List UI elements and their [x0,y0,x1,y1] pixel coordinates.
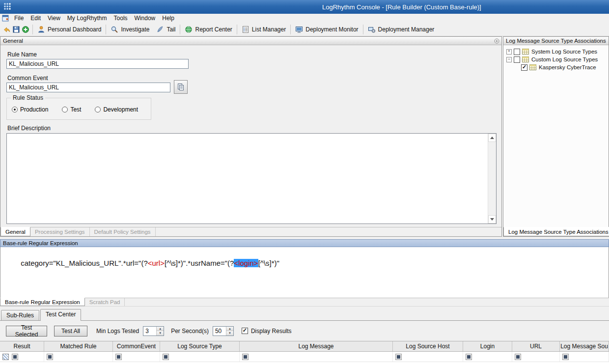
regex-text: category="KL_Malicious_URL".*url="(?<url… [21,259,279,267]
indeterminate-checkbox-icon[interactable] [562,354,569,360]
personal-dashboard-label: Personal Dashboard [48,26,101,33]
radio-development-circle[interactable] [95,107,101,112]
radio-production-label: Production [20,106,48,113]
add-icon[interactable] [22,26,29,33]
cell-log-message[interactable] [240,352,393,362]
child-window-icon[interactable] [2,15,9,22]
cell-matched-rule[interactable] [44,352,113,362]
column-header-commonevent[interactable]: CommonEvent [113,341,160,351]
stepper-up-icon[interactable]: ▲ [157,327,164,332]
deployment-gear-icon [368,26,376,33]
cell-url[interactable] [512,352,560,362]
per-seconds-stepper[interactable]: 50 ▲▼ [213,326,234,336]
menubar: File Edit View My LogRhythm Tools Window… [0,14,609,23]
menu-tools[interactable]: Tools [111,14,131,23]
column-header-result[interactable]: Result [0,341,44,351]
scroll-up-icon[interactable] [488,134,496,142]
cell-login[interactable] [463,352,512,362]
deployment-monitor-label: Deployment Monitor [305,26,358,33]
menu-view[interactable]: View [44,14,64,23]
min-logs-stepper[interactable]: 3 ▲▼ [143,326,164,336]
tree-item-kaspersky-cybertrace[interactable]: Kaspersky CyberTrace [506,63,609,71]
cell-log-message-source[interactable] [560,352,609,362]
menu-help[interactable]: Help [159,14,178,23]
menu-edit[interactable]: Edit [27,14,44,23]
indeterminate-checkbox-icon[interactable] [515,354,521,360]
column-header-login[interactable]: Login [463,341,512,351]
radio-test[interactable]: Test [62,106,81,113]
common-event-input[interactable] [6,83,170,92]
tail-button[interactable]: Tail [153,24,179,35]
menu-window[interactable]: Window [131,14,159,23]
undo-icon[interactable] [3,26,11,33]
min-logs-value[interactable]: 3 [143,327,156,336]
tab-sub-rules[interactable]: Sub-Rules [1,310,39,321]
checkbox-custom-log-source-types[interactable] [514,56,520,63]
list-manager-button[interactable]: List Manager [238,24,289,35]
column-header-log-source-host[interactable]: Log Source Host [393,341,463,351]
checkbox-system-log-source-types[interactable] [514,49,520,55]
window-title: LogRhythm Console - [Rule Builder (Custo… [322,3,481,11]
cell-commonevent[interactable] [113,352,160,362]
radio-test-circle[interactable] [62,107,68,112]
indeterminate-checkbox-icon[interactable] [12,354,18,360]
investigate-button[interactable]: Investigate [107,24,153,35]
test-selected-button[interactable]: Test Selected [6,326,47,336]
log-source-type-icon [522,48,529,55]
menu-file[interactable]: File [11,14,27,23]
scroll-down-icon[interactable] [488,215,496,224]
brief-description-textarea[interactable] [6,133,497,224]
per-seconds-value[interactable]: 50 [213,327,226,336]
tab-base-rule-regular-expression[interactable]: Base-rule Regular Expression [0,298,85,306]
test-all-button[interactable]: Test All [54,326,87,336]
tree-item-system-log-source-types[interactable]: System Log Source Types [506,48,609,56]
indeterminate-checkbox-icon[interactable] [395,354,402,360]
common-event-browse-button[interactable] [174,80,188,94]
indeterminate-checkbox-icon[interactable] [466,354,472,360]
deployment-manager-button[interactable]: Deployment Manager [364,24,438,35]
expand-plus-icon[interactable] [506,49,512,55]
toolbar-separator [180,25,180,34]
cell-log-source-host[interactable] [393,352,463,362]
regex-editor[interactable]: category="KL_Malicious_URL".*url="(?<url… [0,247,609,298]
save-icon[interactable] [12,26,20,33]
menu-my-logrhythm[interactable]: My LogRhythm [64,14,111,23]
indeterminate-checkbox-icon[interactable] [242,354,249,360]
rule-name-input[interactable] [6,59,189,69]
tab-default-policy-settings[interactable]: Default Policy Settings [90,227,156,236]
column-header-log-message-source[interactable]: Log Message Sou [560,341,609,351]
row-selector-icon[interactable] [2,354,9,360]
column-header-log-message[interactable]: Log Message [240,341,393,351]
deployment-monitor-button[interactable]: Deployment Monitor [292,24,361,35]
indeterminate-checkbox-icon[interactable] [47,354,53,360]
tree-item-custom-log-source-types[interactable]: Custom Log Source Types [506,56,609,63]
tab-general[interactable]: General [0,227,30,236]
table-row[interactable] [0,352,609,362]
cell-result[interactable] [0,352,44,362]
radio-production-circle[interactable] [12,107,18,112]
column-header-matched-rule[interactable]: Matched Rule [44,341,113,351]
indeterminate-checkbox-icon[interactable] [163,354,169,360]
column-header-url[interactable]: URL [512,341,560,351]
report-center-button[interactable]: Report Center [181,24,235,35]
radio-development[interactable]: Development [95,106,138,113]
description-scrollbar[interactable] [488,134,496,224]
personal-dashboard-button[interactable]: Personal Dashboard [34,24,105,35]
collapse-minus-icon[interactable] [506,57,512,62]
checkbox-kaspersky-cybertrace[interactable] [521,64,527,71]
indeterminate-checkbox-icon[interactable] [115,354,122,360]
regex-panel-title: Base-rule Regular Expression [3,240,78,246]
tab-processing-settings[interactable]: Processing Settings [30,227,90,236]
stepper-down-icon[interactable]: ▼ [226,331,233,336]
general-panel-body: Rule Name Common Event Rule Status Produ… [0,45,501,227]
radio-production[interactable]: Production [12,106,48,113]
cell-log-source-type[interactable] [160,352,240,362]
panel-options-icon[interactable] [494,38,499,44]
column-header-log-source-type[interactable]: Log Source Type [160,341,240,351]
display-results-checkbox[interactable] [242,328,248,334]
tab-scratch-pad[interactable]: Scratch Pad [85,298,125,306]
tab-log-message-source-type-associations[interactable]: Log Message Source Type Associations [503,227,609,236]
tab-test-center[interactable]: Test Center [40,309,81,321]
stepper-down-icon[interactable]: ▼ [157,331,164,336]
stepper-up-icon[interactable]: ▲ [226,327,233,332]
